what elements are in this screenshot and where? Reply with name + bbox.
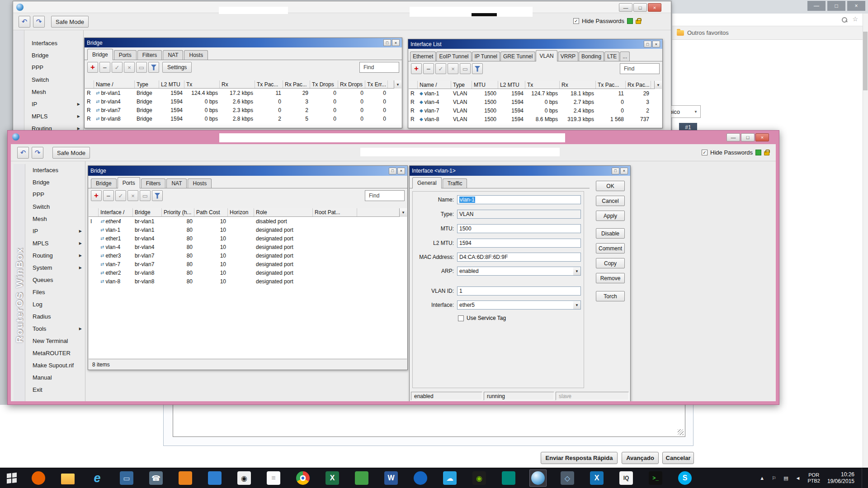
- tab-ports[interactable]: Ports: [114, 50, 137, 60]
- column-chooser-icon[interactable]: ▼: [654, 81, 662, 89]
- interface-select[interactable]: ether5: [457, 300, 573, 310]
- minimize-button[interactable]: —: [726, 133, 740, 141]
- winbox-icon[interactable]: [529, 469, 547, 487]
- word-icon[interactable]: W: [382, 469, 400, 487]
- browser-minimize-button[interactable]: —: [807, 1, 826, 11]
- tab-overflow[interactable]: ...: [620, 52, 630, 61]
- close-button[interactable]: ×: [648, 3, 661, 12]
- sidebar-item-mesh[interactable]: Mesh: [25, 213, 85, 225]
- find-input[interactable]: Find: [365, 190, 405, 201]
- disable-button[interactable]: ×: [448, 63, 458, 74]
- green-tool-icon[interactable]: [353, 469, 370, 487]
- filter-button[interactable]: [148, 62, 159, 73]
- camera-viewer-icon[interactable]: ◉: [236, 469, 253, 487]
- orange-tool-icon[interactable]: [177, 469, 194, 487]
- remove-button[interactable]: −: [99, 62, 110, 73]
- table-row[interactable]: Name /TypeL2 MTUTxRxTx Pac...Rx Pac...Tx…: [85, 80, 401, 89]
- ok-button[interactable]: OK: [596, 181, 625, 191]
- table-row[interactable]: R⇄br-vlan4Bridge15940 bps2.6 kbps03000: [85, 97, 401, 106]
- sidebar-item-manual[interactable]: Manual: [25, 371, 85, 384]
- maximize-button[interactable]: □: [741, 133, 755, 141]
- scrollbar-thumb[interactable]: [863, 32, 868, 90]
- undo-button[interactable]: ↶: [17, 147, 29, 159]
- sidebar-item-interfaces[interactable]: Interfaces: [24, 37, 83, 49]
- ports-table-header[interactable]: Interface /BridgePriority (h...Path Cost…: [89, 208, 407, 217]
- sidebar-item-radius[interactable]: Radius: [25, 310, 85, 323]
- send-quick-reply-button[interactable]: Enviar Resposta Rápida: [541, 452, 618, 464]
- interface-table-header[interactable]: Name /TypeMTUL2 MTUTxRxTx Pac...Rx Pac..…: [409, 81, 662, 89]
- hidden-icons-icon[interactable]: ▲: [760, 475, 764, 481]
- language-indicator[interactable]: POR PTB2: [807, 472, 820, 484]
- hide-passwords-checkbox[interactable]: ✓: [573, 18, 579, 24]
- remote-desktop-icon[interactable]: ▭: [118, 469, 135, 487]
- terminal-icon[interactable]: >_: [647, 469, 664, 487]
- close-button[interactable]: ×: [397, 168, 405, 174]
- settings-button[interactable]: Settings: [162, 62, 192, 73]
- tab-vrrp[interactable]: VRRP: [558, 52, 578, 61]
- excel-icon[interactable]: X: [324, 469, 341, 487]
- cancel-reply-button[interactable]: Cancelar: [662, 452, 694, 464]
- dialog-titlebar[interactable]: Interface <vlan-1> □ ×: [410, 166, 630, 176]
- close-button[interactable]: ×: [755, 133, 769, 141]
- sidebar-item-interfaces[interactable]: Interfaces: [25, 164, 85, 176]
- sidebar-item-mesh[interactable]: Mesh: [24, 86, 83, 98]
- cancel-button[interactable]: Cancel: [596, 196, 625, 206]
- chevron-down-icon[interactable]: ▼: [573, 267, 581, 276]
- l2mtu-input[interactable]: 1594: [457, 239, 581, 248]
- notepad-icon[interactable]: ≡: [265, 469, 282, 487]
- safe-mode-button[interactable]: Safe Mode: [52, 147, 90, 159]
- table-row[interactable]: ⇄ether3br-vlan78010designated port: [89, 251, 407, 260]
- sidebar-item-bridge[interactable]: Bridge: [25, 176, 85, 188]
- blue-tool-icon[interactable]: [206, 469, 223, 487]
- tab-filters[interactable]: Filters: [137, 50, 162, 60]
- add-button[interactable]: +: [411, 63, 422, 74]
- table-row[interactable]: R⇄br-vlan7Bridge15940 bps2.3 kbps02000: [85, 106, 401, 114]
- cloud-app-icon[interactable]: ☁: [441, 469, 458, 487]
- comment-button[interactable]: ▭: [460, 63, 471, 74]
- tab-bridge[interactable]: Bridge: [87, 49, 113, 60]
- column-chooser-icon[interactable]: ▼: [399, 208, 407, 217]
- sidebar-item-log[interactable]: Log: [25, 298, 85, 310]
- redo-button[interactable]: ↷: [32, 147, 43, 159]
- clock[interactable]: 10:26 19/06/2015: [827, 471, 854, 485]
- minimize-button[interactable]: —: [619, 3, 632, 12]
- close-button[interactable]: ×: [652, 41, 660, 47]
- tab-bonding[interactable]: Bonding: [579, 52, 604, 61]
- tab-gre-tunnel[interactable]: GRE Tunnel: [500, 52, 535, 61]
- remove-button[interactable]: Remove: [596, 273, 625, 283]
- sidebar-item-queues[interactable]: Queues: [25, 274, 85, 286]
- sidebar-item-exit[interactable]: Exit: [25, 384, 85, 396]
- sidebar-item-ppp[interactable]: PPP: [24, 61, 83, 74]
- bridge-table-header[interactable]: Name /TypeL2 MTUTxRxTx Pac...Rx Pac...Tx…: [85, 80, 401, 89]
- browser-maximize-button[interactable]: □: [827, 1, 845, 11]
- safe-mode-button[interactable]: Safe Mode: [51, 16, 89, 28]
- sidebar-item-mpls[interactable]: MPLS▶: [24, 110, 83, 122]
- tab-traffic[interactable]: Traffic: [443, 178, 467, 188]
- resize-grip[interactable]: [678, 429, 684, 435]
- sidebar-item-switch[interactable]: Switch: [24, 74, 83, 86]
- tab-ip-tunnel[interactable]: IP Tunnel: [472, 52, 500, 61]
- disable-button[interactable]: ×: [127, 190, 138, 201]
- sidebar-item-ppp[interactable]: PPP: [25, 188, 85, 201]
- table-row[interactable]: ⇄ether2br-vlan88010designated port: [89, 268, 407, 277]
- close-button[interactable]: ×: [392, 39, 400, 46]
- table-row[interactable]: R⇄br-vlan1Bridge1594124.4 kbps17.2 kbps1…: [85, 89, 401, 97]
- advanced-button[interactable]: Avançado: [622, 452, 659, 464]
- table-row[interactable]: R◆vlan-8VLAN150015948.6 Mbps319.3 kbps1 …: [409, 115, 662, 123]
- tab-filters[interactable]: Filters: [141, 178, 166, 188]
- internet-explorer-icon[interactable]: e: [89, 469, 106, 487]
- add-button[interactable]: +: [91, 190, 102, 201]
- communicator-icon[interactable]: ☎: [147, 469, 165, 487]
- sidebar-item-routing[interactable]: Routing▶: [25, 249, 85, 262]
- maximize-button[interactable]: □: [389, 168, 396, 174]
- find-input[interactable]: Find: [620, 63, 660, 74]
- remove-button[interactable]: −: [423, 63, 434, 74]
- table-row[interactable]: R◆vlan-4VLAN150015940 bps2.7 kbps03: [409, 98, 662, 106]
- vlan-id-input[interactable]: 1: [457, 286, 581, 296]
- hide-passwords-checkbox[interactable]: ✓: [702, 150, 708, 155]
- network-icon[interactable]: ▤: [783, 475, 788, 481]
- bridge-window[interactable]: Bridge □ × Bridge Ports Filters NAT Host…: [84, 38, 402, 128]
- chevron-down-icon[interactable]: ▼: [573, 300, 581, 310]
- file-explorer-icon[interactable]: [59, 469, 76, 487]
- start-button[interactable]: [0, 468, 24, 488]
